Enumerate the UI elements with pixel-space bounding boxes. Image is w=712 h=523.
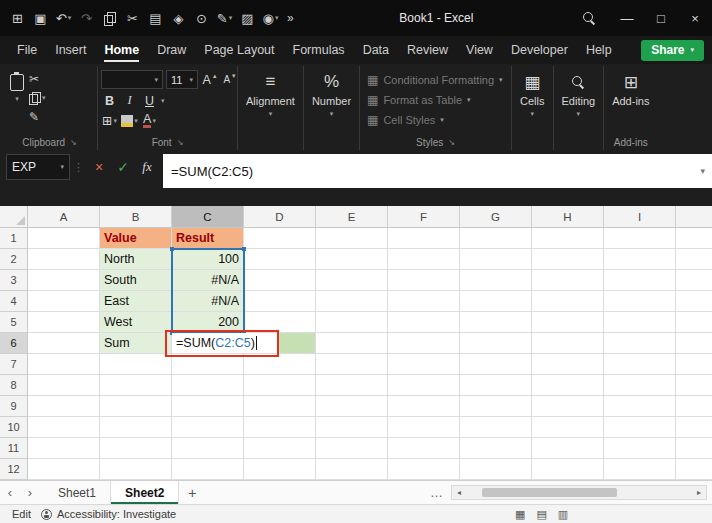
cell-I5[interactable] [604, 312, 676, 333]
cell-A7[interactable] [28, 354, 100, 375]
insert-function-button[interactable]: fx [135, 154, 159, 180]
cell-F4[interactable] [388, 291, 460, 312]
clipboard-dialog-launcher-icon[interactable]: ↘ [70, 138, 77, 147]
cell-I3[interactable] [604, 270, 676, 291]
cell-F12[interactable] [388, 459, 460, 480]
cell-G1[interactable] [460, 228, 532, 249]
cell-B10[interactable] [100, 417, 172, 438]
sheet-nav-right-icon[interactable]: › [20, 485, 40, 500]
cell-I8[interactable] [604, 375, 676, 396]
expand-formula-bar-icon[interactable]: ▾ [700, 166, 705, 176]
cell-A1[interactable] [28, 228, 100, 249]
row-header-11[interactable]: 11 [0, 438, 28, 459]
row-header-10[interactable]: 10 [0, 417, 28, 438]
menu-tab-view[interactable]: View [457, 36, 502, 64]
italic-button[interactable]: I [121, 92, 138, 109]
cell-G8[interactable] [460, 375, 532, 396]
column-header-E[interactable]: E [316, 206, 388, 228]
cell-C7[interactable] [172, 354, 244, 375]
column-header-H[interactable]: H [532, 206, 604, 228]
scrollbar-track[interactable] [466, 486, 692, 499]
accessibility-status[interactable]: Accessibility: Investigate [41, 508, 176, 520]
cell-A10[interactable] [28, 417, 100, 438]
menu-tab-home[interactable]: Home [95, 36, 148, 64]
cell-A8[interactable] [28, 375, 100, 396]
cell-B4[interactable]: East [100, 291, 172, 312]
editing-button[interactable]: Editing ▾ [557, 66, 601, 118]
cell-I11[interactable] [604, 438, 676, 459]
menu-tab-file[interactable]: File [8, 36, 46, 64]
cell-B9[interactable] [100, 396, 172, 417]
row-header-3[interactable]: 3 [0, 270, 28, 291]
cell-E2[interactable] [316, 249, 388, 270]
cell-edit-box[interactable]: =SUM(C2:C5) [172, 333, 279, 353]
paste-button[interactable]: ▾ [5, 66, 29, 103]
font-dialog-launcher-icon[interactable]: ↘ [177, 138, 184, 147]
cell-F7[interactable] [388, 354, 460, 375]
cell-I12[interactable] [604, 459, 676, 480]
cell-B7[interactable] [100, 354, 172, 375]
row-header-1[interactable]: 1 [0, 228, 28, 249]
cell-E7[interactable] [316, 354, 388, 375]
cell-G5[interactable] [460, 312, 532, 333]
cell-B12[interactable] [100, 459, 172, 480]
cell-G7[interactable] [460, 354, 532, 375]
sheet-nav-left-icon[interactable]: ‹ [0, 485, 20, 500]
cell-A4[interactable] [28, 291, 100, 312]
cell-G4[interactable] [460, 291, 532, 312]
cell-G9[interactable] [460, 396, 532, 417]
cell-I9[interactable] [604, 396, 676, 417]
save-button[interactable]: ▣ [29, 6, 52, 30]
row-header-4[interactable]: 4 [0, 291, 28, 312]
sheet-tab-sheet2[interactable]: Sheet2 [111, 481, 179, 504]
menu-tab-data[interactable]: Data [354, 36, 398, 64]
cell-H11[interactable] [532, 438, 604, 459]
cell-C11[interactable] [172, 438, 244, 459]
toolbar-overflow-button[interactable]: » [287, 11, 294, 25]
cell-F6[interactable] [388, 333, 460, 354]
cell-C2[interactable]: 100 [172, 249, 244, 270]
menu-tab-formulas[interactable]: Formulas [284, 36, 354, 64]
cell-D3[interactable] [244, 270, 316, 291]
cell-G3[interactable] [460, 270, 532, 291]
menu-tab-draw[interactable]: Draw [148, 36, 195, 64]
cell-H3[interactable] [532, 270, 604, 291]
page-break-preview-icon[interactable]: ▥ [558, 508, 568, 521]
page-layout-view-icon[interactable]: ▤ [536, 508, 546, 521]
cell-D5[interactable] [244, 312, 316, 333]
cells-button[interactable]: ▦ Cells ▾ [515, 66, 549, 118]
cell-D8[interactable] [244, 375, 316, 396]
cell-A2[interactable] [28, 249, 100, 270]
redo-button[interactable]: ↷ [75, 6, 98, 30]
underline-button[interactable]: U [141, 92, 158, 109]
cell-H5[interactable] [532, 312, 604, 333]
cell-E1[interactable] [316, 228, 388, 249]
cell-F9[interactable] [388, 396, 460, 417]
cell-H6[interactable] [532, 333, 604, 354]
normal-view-icon[interactable]: ▦ [515, 508, 525, 521]
cell-I1[interactable] [604, 228, 676, 249]
cell-E5[interactable] [316, 312, 388, 333]
addins-button[interactable]: ⊞ Add-ins [607, 66, 654, 107]
share-button[interactable]: Share ▾ [641, 40, 704, 61]
cell-D9[interactable] [244, 396, 316, 417]
highlighter-button[interactable]: ▨ [236, 6, 259, 30]
name-box[interactable]: EXP ▾ [6, 154, 70, 180]
column-header-B[interactable]: B [100, 206, 172, 228]
cell-B6[interactable]: Sum [100, 333, 172, 354]
cell-E10[interactable] [316, 417, 388, 438]
cell-E4[interactable] [316, 291, 388, 312]
cell-H12[interactable] [532, 459, 604, 480]
menu-tab-insert[interactable]: Insert [46, 36, 95, 64]
cell-B8[interactable] [100, 375, 172, 396]
cell-F8[interactable] [388, 375, 460, 396]
scroll-left-icon[interactable]: ◂ [452, 488, 466, 497]
paint-button[interactable]: ◈ [167, 6, 190, 30]
globe-button[interactable]: ⊙ [190, 6, 213, 30]
row-header-6[interactable]: 6 [0, 333, 28, 354]
cell-B1[interactable]: Value [100, 228, 172, 249]
cell-E9[interactable] [316, 396, 388, 417]
cell-H1[interactable] [532, 228, 604, 249]
cell-H4[interactable] [532, 291, 604, 312]
cell-F2[interactable] [388, 249, 460, 270]
